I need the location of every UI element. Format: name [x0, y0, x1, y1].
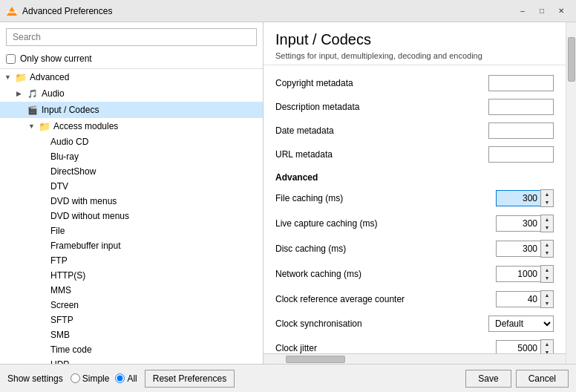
left-panel: Only show current ▼📁Advanced▶🎵Audio🎬Inpu…	[0, 22, 264, 364]
all-label: All	[127, 373, 137, 384]
tree-item-screen[interactable]: Screen	[0, 298, 263, 313]
setting-control: ▲▼	[496, 339, 554, 353]
all-radio-label[interactable]: All	[115, 373, 137, 384]
spinner-down-button[interactable]: ▼	[541, 299, 553, 307]
tree-item-input-codecs[interactable]: 🎬Input / Codecs	[0, 102, 263, 118]
spinner-field[interactable]	[496, 190, 540, 206]
tree-item-access-modules[interactable]: ▼📁Access modules	[0, 118, 263, 134]
simple-radio[interactable]	[71, 373, 80, 383]
tree-item-blu-ray[interactable]: Blu-ray	[0, 149, 263, 164]
spinner-up-button[interactable]: ▲	[541, 340, 553, 348]
tree-item-time-code[interactable]: Time code	[0, 342, 263, 357]
setting-label: Network caching (ms)	[275, 269, 496, 279]
advanced-setting-row: Clock reference average counter▲▼	[275, 287, 554, 312]
tree-item-file[interactable]: File	[0, 223, 263, 238]
spinner-input: ▲▼	[496, 339, 554, 353]
tree-arrow-icon: ▼	[4, 74, 13, 81]
tree-item-audio-cd[interactable]: Audio CD	[0, 134, 263, 149]
right-scrollbar[interactable]	[566, 22, 576, 364]
spinner-up-button[interactable]: ▲	[541, 291, 553, 299]
setting-control	[488, 99, 554, 115]
spinner-down-button[interactable]: ▼	[541, 198, 553, 206]
tree-item-advanced[interactable]: ▼📁Advanced	[0, 69, 263, 85]
advanced-setting-row: Network caching (ms)▲▼	[275, 261, 554, 287]
spinner-down-button[interactable]: ▼	[541, 223, 553, 232]
text-input[interactable]	[488, 75, 554, 91]
tree-item-dvd-with-menus[interactable]: DVD with menus	[0, 194, 263, 209]
setting-row: Description metadata	[275, 95, 554, 119]
tree-item-framebuffer-input[interactable]: Framebuffer input	[0, 238, 263, 253]
spinner-field[interactable]	[496, 291, 540, 307]
horizontal-scrollbar[interactable]	[264, 353, 566, 364]
simple-radio-label[interactable]: Simple	[71, 373, 110, 384]
setting-control: ▲▼	[496, 215, 554, 232]
close-button[interactable]: ✕	[552, 4, 570, 19]
advanced-section-header: Advanced	[275, 166, 554, 186]
spinner-field[interactable]	[496, 340, 540, 353]
text-input[interactable]	[488, 122, 554, 139]
tree-item-https[interactable]: HTTP(S)	[0, 268, 263, 283]
app-icon	[6, 5, 18, 17]
only-show-current-row: Only show current	[0, 52, 263, 68]
maximize-button[interactable]: □	[533, 4, 551, 19]
tree-item-udp[interactable]: UDP	[0, 357, 263, 364]
tree-item-ftp[interactable]: FTP	[0, 253, 263, 268]
tree-item-label: DVD without menus	[50, 211, 129, 221]
spinner-down-button[interactable]: ▼	[541, 249, 553, 257]
bottom-right: Save Cancel	[465, 370, 569, 388]
spinner-up-button[interactable]: ▲	[541, 215, 553, 223]
tree-item-mms[interactable]: MMS	[0, 283, 263, 298]
select-input[interactable]: DefaultNoneAverage	[488, 316, 554, 332]
spinner-field[interactable]	[496, 266, 540, 282]
spinner-input: ▲▼	[496, 189, 554, 207]
tree-item-smb[interactable]: SMB	[0, 327, 263, 342]
tree-item-label: HTTP(S)	[50, 270, 85, 281]
tree-item-directshow[interactable]: DirectShow	[0, 164, 263, 179]
save-button[interactable]: Save	[465, 370, 511, 388]
minimize-button[interactable]: –	[514, 4, 531, 19]
spinner-field[interactable]	[496, 241, 540, 257]
tree-item-label: Time code	[50, 344, 92, 355]
setting-label: Copyright metadata	[275, 78, 488, 88]
text-input[interactable]	[488, 146, 554, 163]
tree-item-audio[interactable]: ▶🎵Audio	[0, 85, 263, 102]
reset-preferences-button[interactable]: Reset Preferences	[145, 370, 235, 388]
tree-item-sftp[interactable]: SFTP	[0, 313, 263, 327]
search-input[interactable]	[6, 28, 257, 46]
setting-control: DefaultNoneAverage	[488, 316, 554, 332]
tree-arrow-icon: ▶	[16, 90, 25, 97]
setting-control: ▲▼	[496, 189, 554, 207]
setting-label: Date metadata	[275, 125, 488, 136]
only-show-current-checkbox[interactable]	[6, 54, 16, 64]
spinner-buttons: ▲▼	[540, 339, 554, 353]
settings-scroll[interactable]: Copyright metadataDescription metadataDa…	[264, 65, 566, 353]
tree-item-label: Framebuffer input	[50, 241, 121, 251]
advanced-setting-row: File caching (ms)▲▼	[275, 186, 554, 211]
tree-icon-folder: 📁	[39, 120, 50, 132]
section-subtitle: Settings for input, demultiplexing, deco…	[275, 51, 554, 60]
only-show-current-label: Only show current	[20, 53, 92, 64]
text-input[interactable]	[488, 99, 554, 115]
tree-item-dvd-without-menus[interactable]: DVD without menus	[0, 209, 263, 223]
tree-container[interactable]: ▼📁Advanced▶🎵Audio🎬Input / Codecs▼📁Access…	[0, 68, 263, 364]
setting-row: Copyright metadata	[275, 71, 554, 95]
tree-icon-folder: 📁	[15, 71, 27, 83]
scrollbar-thumb[interactable]	[568, 37, 575, 82]
spinner-down-button[interactable]: ▼	[541, 274, 553, 282]
spinner-buttons: ▲▼	[540, 240, 554, 258]
spinner-down-button[interactable]: ▼	[541, 348, 553, 353]
spinner-field[interactable]	[496, 215, 540, 232]
tree-item-label: Blu-ray	[50, 151, 79, 162]
spinner-up-button[interactable]: ▲	[541, 266, 553, 274]
spinner-up-button[interactable]: ▲	[541, 190, 553, 198]
setting-control: ▲▼	[496, 290, 554, 308]
setting-label: Clock jitter	[275, 343, 496, 353]
h-scrollbar-thumb[interactable]	[286, 356, 345, 363]
cancel-button[interactable]: Cancel	[516, 370, 569, 388]
tree-item-label: FTP	[50, 255, 68, 266]
spinner-buttons: ▲▼	[540, 265, 554, 283]
all-radio[interactable]	[115, 373, 125, 383]
spinner-up-button[interactable]: ▲	[541, 241, 553, 249]
tree-item-dtv[interactable]: DTV	[0, 179, 263, 194]
content-area: Only show current ▼📁Advanced▶🎵Audio🎬Inpu…	[0, 22, 576, 364]
